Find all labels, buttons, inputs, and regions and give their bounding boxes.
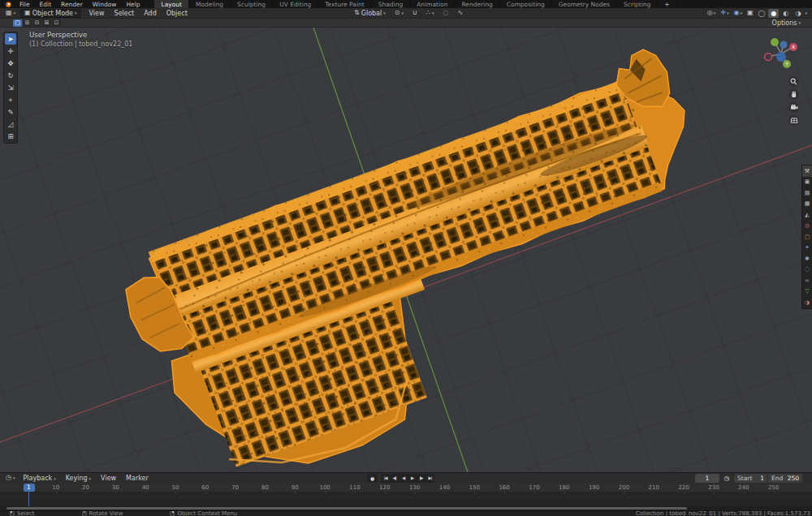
tool-add-cube[interactable]: ⊞ bbox=[5, 131, 16, 142]
workspace-tab-modeling[interactable]: Modeling bbox=[189, 0, 231, 8]
tool-rotate[interactable]: ↻ bbox=[5, 70, 16, 81]
show-overlays-dropdown[interactable]: ◉ ▾ bbox=[732, 9, 744, 18]
gizmo-axis-ball[interactable] bbox=[780, 41, 788, 49]
proportional-editing-toggle[interactable]: ◌ bbox=[439, 9, 451, 18]
menu-file[interactable]: File bbox=[15, 1, 35, 8]
tab-tool[interactable]: ⚒ bbox=[802, 166, 812, 177]
workspace-tab-animation[interactable]: Animation bbox=[410, 0, 455, 8]
shading-dropdown[interactable]: ▾ bbox=[805, 11, 807, 15]
editor-type-dropdown[interactable]: ▦ ▾ bbox=[2, 9, 19, 18]
select-mode-intersect[interactable]: ⊡ bbox=[52, 19, 61, 27]
timeline-menu-marker[interactable]: Marker bbox=[121, 475, 153, 482]
tab-output[interactable]: ▤ bbox=[802, 187, 812, 199]
snap-magnet-toggle[interactable]: ∪ bbox=[409, 9, 421, 18]
horizontal-scrollbar[interactable] bbox=[6, 507, 687, 510]
workspace-tab-uv-editing[interactable]: UV Editing bbox=[273, 0, 318, 8]
viewport-menu-select[interactable]: Select bbox=[110, 10, 140, 17]
playhead-frame-badge[interactable]: 1 bbox=[24, 484, 35, 492]
pan-button[interactable] bbox=[788, 89, 799, 100]
chevron-down-icon: ▾ bbox=[432, 11, 434, 15]
timeline-track[interactable] bbox=[0, 492, 812, 506]
tab-data[interactable]: ▽ bbox=[802, 286, 812, 298]
shading-material-preview[interactable]: ◐ bbox=[780, 9, 791, 18]
snap-target-dropdown[interactable]: ∴ ▾ bbox=[423, 9, 438, 18]
tab-material[interactable]: ◑ bbox=[802, 297, 812, 308]
pivot-point-dropdown[interactable]: ⊙ ▾ bbox=[391, 9, 407, 18]
perspective-toggle-button[interactable] bbox=[788, 115, 799, 126]
auto-keying-button[interactable]: ● bbox=[367, 474, 378, 483]
viewport-menu-object[interactable]: Object bbox=[162, 10, 192, 17]
next-keyframe-button[interactable]: |▶ bbox=[417, 474, 425, 483]
tool-measure[interactable]: ◿ bbox=[5, 118, 16, 130]
show-gizmos-dropdown[interactable]: ✛ ▾ bbox=[719, 9, 730, 18]
start-frame-field[interactable]: Start 1 bbox=[734, 474, 768, 483]
object-visibility-dropdown[interactable]: ◎ ▾ bbox=[706, 9, 718, 18]
workspace-tab-sculpting[interactable]: Sculpting bbox=[231, 0, 273, 8]
select-mode-set[interactable]: ▢ bbox=[13, 19, 22, 27]
tab-constraints[interactable]: ∞ bbox=[802, 275, 812, 286]
timeline-menu-keying[interactable]: Keying▾ bbox=[61, 475, 96, 482]
tab-view-layer[interactable]: ▦ bbox=[802, 199, 812, 210]
viewport-menu-view[interactable]: View bbox=[84, 10, 110, 17]
shading-wireframe[interactable]: ◯ bbox=[756, 9, 767, 18]
viewport-menu-add[interactable]: Add bbox=[139, 10, 162, 17]
tool-transform[interactable]: ⌖ bbox=[5, 94, 16, 105]
workspace-tab-scripting[interactable]: Scripting bbox=[617, 0, 658, 8]
workspace-tab-compositing[interactable]: Compositing bbox=[500, 0, 552, 8]
blender-logo-icon[interactable] bbox=[4, 2, 11, 7]
tool-select-box[interactable]: ➤ bbox=[5, 33, 16, 45]
workspace-tab-geometry-nodes[interactable]: Geometry Nodes bbox=[552, 0, 617, 8]
shading-rendered[interactable]: ◑ bbox=[793, 9, 803, 18]
shading-solid[interactable]: ● bbox=[768, 9, 779, 18]
viewport-canvas[interactable] bbox=[0, 28, 812, 472]
menu-render[interactable]: Render bbox=[56, 1, 88, 8]
tab-modifiers[interactable]: ✦ bbox=[802, 243, 812, 254]
menu-help[interactable]: Help bbox=[121, 1, 145, 8]
play-button[interactable]: ▶ bbox=[408, 474, 417, 483]
tab-world[interactable]: ◍ bbox=[802, 221, 812, 232]
select-mode-extend[interactable]: ⊞ bbox=[23, 19, 32, 27]
tab-particles[interactable]: ✱ bbox=[802, 253, 812, 264]
workspace-tab-texture-paint[interactable]: Texture Paint bbox=[318, 0, 371, 8]
tab-object[interactable]: ▢ bbox=[802, 231, 812, 243]
add-workspace-button[interactable]: + bbox=[658, 0, 676, 8]
timeline-menu-playback[interactable]: Playback▾ bbox=[19, 475, 61, 482]
preview-range-clock-icon[interactable]: ◷ bbox=[722, 474, 732, 483]
menu-edit[interactable]: Edit bbox=[35, 1, 57, 8]
gizmo-axis-ball[interactable] bbox=[771, 38, 779, 46]
proportional-falloff-dropdown[interactable]: ∿ bbox=[454, 9, 466, 18]
timeline-editor-dropdown[interactable]: ◷ ▾ bbox=[2, 474, 19, 483]
workspace-tab-rendering[interactable]: Rendering bbox=[455, 0, 499, 8]
menu-window[interactable]: Window bbox=[88, 1, 122, 8]
gizmo-neg-axis-ball[interactable] bbox=[765, 54, 772, 61]
tool-annotate[interactable]: ✎ bbox=[5, 106, 16, 118]
mode-dropdown[interactable]: ▣ Object Mode ▾ bbox=[20, 9, 80, 18]
tab-physics[interactable]: ◌ bbox=[802, 264, 812, 276]
tab-scene[interactable]: ◭ bbox=[802, 209, 812, 221]
select-mode-subtract[interactable]: ⊟ bbox=[32, 19, 41, 27]
zoom-button[interactable] bbox=[788, 76, 799, 87]
tab-render[interactable]: ▣ bbox=[802, 177, 812, 188]
camera-view-button[interactable] bbox=[788, 102, 799, 113]
tool-cursor[interactable]: ✛ bbox=[5, 45, 16, 57]
tool-scale[interactable]: ⇲ bbox=[5, 82, 16, 93]
prev-keyframe-button[interactable]: ◀| bbox=[390, 474, 399, 483]
workspace-tab-layout[interactable]: Layout bbox=[154, 0, 189, 8]
timeline-ruler[interactable]: 1 10203040506070809010011012013014015016… bbox=[0, 483, 812, 492]
select-mode-invert[interactable]: ⊠ bbox=[42, 19, 51, 27]
play-reverse-button[interactable]: ◀ bbox=[399, 474, 408, 483]
gizmo-z-axis-ball[interactable] bbox=[776, 52, 786, 62]
playhead-line[interactable] bbox=[28, 492, 30, 506]
end-frame-field[interactable]: End 250 bbox=[768, 474, 802, 483]
current-frame-field[interactable]: 1 bbox=[695, 474, 719, 483]
jump-to-end-button[interactable]: ▶| bbox=[425, 474, 434, 483]
workspace-tab-shading[interactable]: Shading bbox=[372, 0, 410, 8]
transform-orientation-icon[interactable]: ⇅ Global ▾ bbox=[351, 9, 389, 18]
viewport-3d[interactable]: User Perspective (1) Collection | tobed_… bbox=[0, 28, 812, 472]
navigation-gizmo[interactable]: X Y bbox=[760, 32, 802, 75]
jump-to-start-button[interactable]: |◀ bbox=[381, 474, 390, 483]
options-dropdown[interactable]: Options ▾ bbox=[769, 19, 804, 28]
xray-toggle[interactable]: ▣ bbox=[745, 9, 755, 18]
timeline-menu-view[interactable]: View bbox=[96, 475, 121, 482]
tool-move[interactable]: ✥ bbox=[5, 58, 16, 69]
